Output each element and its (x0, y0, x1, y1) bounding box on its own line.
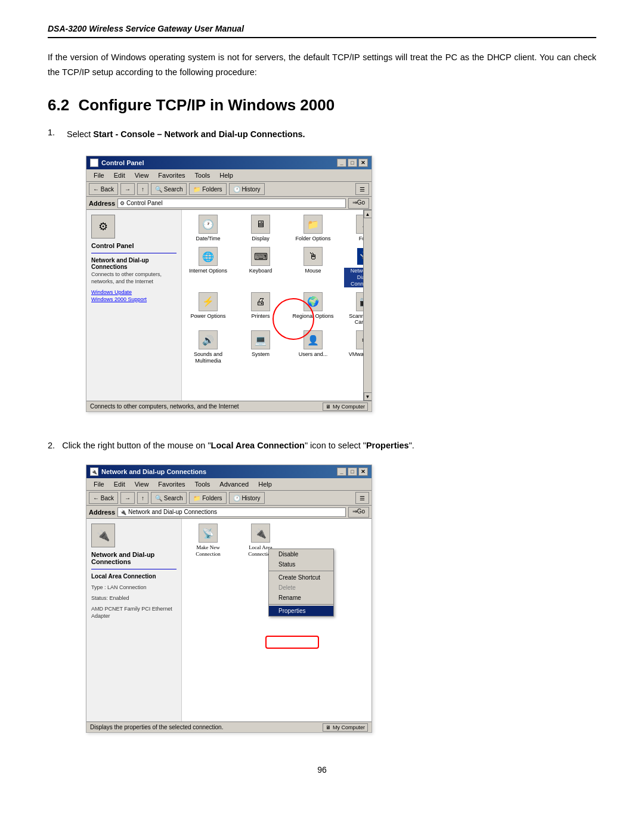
ctx-divider-2 (269, 604, 333, 605)
scrollbar-1[interactable]: ▲ ▼ (363, 210, 371, 401)
menu-view-2[interactable]: View (130, 479, 154, 489)
search-btn-1[interactable]: 🔍 Search (151, 183, 187, 195)
address-field-1[interactable]: ⚙ Control Panel (117, 199, 346, 208)
menubar-1: File Edit View Favorites Tools Help (86, 169, 371, 182)
right-panel-1: 🕐 Date/Time 🖥 Display 📁 Folder Options (182, 210, 371, 401)
left-adapter: AMD PCNET Family PCI Ethernet Adapter (91, 606, 177, 620)
menu-file-1[interactable]: File (89, 171, 109, 180)
my-computer-label: 🖥 My Computer (326, 404, 365, 410)
scroll-up-1[interactable]: ▲ (364, 210, 372, 218)
page-header: DSA-3200 Wireless Service Gateway User M… (48, 24, 596, 38)
red-circle-overlay-2 (265, 636, 319, 649)
scroll-down-1[interactable]: ▼ (364, 392, 372, 401)
statusbar-right-2: 🖥 My Computer (323, 723, 368, 732)
address-field-2[interactable]: 🔌 Network and Dial-up Connections (117, 507, 346, 517)
menu-favorites-1[interactable]: Favorites (153, 171, 190, 180)
menubar-2: File Edit View Favorites Tools Advanced … (86, 478, 371, 491)
addressbar-1: Address ⚙ Control Panel ⇒Go (86, 197, 371, 210)
minimize-btn-2[interactable]: _ (337, 467, 346, 476)
icon-datetime[interactable]: 🕐 Date/Time (187, 215, 230, 242)
icon-internet-options[interactable]: 🌐 Internet Options (187, 247, 230, 287)
menu-file-2[interactable]: File (89, 479, 109, 489)
icons-grid-1: 🕐 Date/Time 🖥 Display 📁 Folder Options (182, 210, 371, 368)
icon-mouse[interactable]: 🖱 Mouse (292, 247, 335, 287)
icon-regional[interactable]: 🌍 Regional Options (292, 292, 335, 326)
close-btn-1[interactable]: ✕ (358, 159, 368, 167)
views-btn-2[interactable]: ☰ (355, 492, 369, 504)
left-status: Status: Enabled (91, 595, 177, 602)
search-btn-2[interactable]: 🔍 Search (151, 492, 187, 504)
step-2: 2. Click the right button of the mouse o… (48, 441, 596, 450)
right-panel-2: 📡 Make New Connection 🔌 Local Area Conne… (182, 519, 371, 721)
windows-support-link[interactable]: Windows 2000 Support (91, 296, 177, 302)
header-title: DSA-3200 Wireless Service Gateway User M… (48, 24, 244, 33)
ctx-properties[interactable]: Properties (269, 606, 333, 616)
menu-advanced-2[interactable]: Advanced (215, 479, 253, 489)
ctx-rename[interactable]: Rename (269, 593, 333, 603)
address-label-1: Address (89, 200, 115, 207)
ctx-status[interactable]: Status (269, 559, 333, 569)
back-btn-2[interactable]: ← Back (89, 492, 118, 504)
menu-favorites-2[interactable]: Favorites (153, 479, 190, 489)
left-panel-2: 🔌 Network and Dial-up Connections Local … (86, 519, 182, 721)
menu-edit-1[interactable]: Edit (109, 171, 130, 180)
icon-display[interactable]: 🖥 Display (239, 215, 282, 242)
left-type: Type : LAN Connection (91, 584, 177, 592)
ctx-delete[interactable]: Delete (269, 583, 333, 593)
screenshot-control-panel: ⚙ Control Panel _ □ ✕ File Edit View Fav… (67, 150, 372, 426)
windows-update-link[interactable]: Windows Update (91, 289, 177, 295)
titlebar-1: ⚙ Control Panel _ □ ✕ (86, 156, 371, 169)
scroll-track-1 (364, 218, 372, 392)
folders-btn-1[interactable]: 📁 Folders (189, 183, 226, 195)
my-computer-label-2: 🖥 My Computer (326, 724, 365, 730)
icon-power-options[interactable]: ⚡ Power Options (187, 292, 230, 326)
maximize-btn-1[interactable]: □ (348, 159, 357, 167)
menu-view-1[interactable]: View (130, 171, 154, 180)
titlebar-2: 🔌 Network and Dial-up Connections _ □ ✕ (86, 465, 371, 478)
screenshot-network-connections: 🔌 Network and Dial-up Connections _ □ ✕ … (67, 459, 372, 747)
icon-printers[interactable]: 🖨 Printers (239, 292, 282, 326)
menu-tools-2[interactable]: Tools (190, 479, 215, 489)
toolbar-2: ← Back → ↑ 🔍 Search 📁 Folders 🕐 History … (86, 491, 371, 506)
go-btn-1[interactable]: ⇒Go (348, 198, 369, 209)
up-btn-2[interactable]: ↑ (137, 492, 148, 504)
history-btn-2[interactable]: 🕐 History (229, 492, 265, 504)
statusbar-right-1: 🖥 My Computer (323, 402, 368, 411)
icon-folder-options[interactable]: 📁 Folder Options (292, 215, 335, 242)
menu-tools-1[interactable]: Tools (190, 171, 215, 180)
control-panel-icon: ⚙ (91, 215, 115, 239)
close-btn-2[interactable]: ✕ (358, 467, 368, 476)
titlebar-title-2: Network and Dial-up Connections (101, 468, 206, 475)
icon-system[interactable]: 💻 System (239, 330, 282, 364)
ctx-create-shortcut[interactable]: Create Shortcut (269, 572, 333, 583)
back-btn-1[interactable]: ← Back (89, 183, 118, 195)
left-panel-1: ⚙ Control Panel Network and Dial-up Conn… (86, 210, 182, 401)
menu-edit-2[interactable]: Edit (109, 479, 130, 489)
forward-btn-2[interactable]: → (120, 492, 135, 504)
icon-sounds[interactable]: 🔊 Sounds and Multimedia (187, 330, 230, 364)
menu-help-2[interactable]: Help (253, 479, 277, 489)
left-subtitle-2: Local Area Connection (91, 573, 177, 580)
up-btn-1[interactable]: ↑ (137, 183, 148, 195)
forward-btn-1[interactable]: → (120, 183, 135, 195)
titlebar-title-1: Control Panel (101, 159, 144, 166)
icon-keyboard[interactable]: ⌨ Keyboard (239, 247, 282, 287)
icon-make-new-connection[interactable]: 📡 Make New Connection (187, 524, 230, 558)
go-btn-2[interactable]: ⇒Go (348, 507, 369, 518)
minimize-btn-1[interactable]: _ (337, 159, 346, 167)
history-btn-1[interactable]: 🕐 History (229, 183, 265, 195)
left-desc-1: Connects to other computers, networks, a… (91, 271, 177, 285)
step-1: 1. Select Start - Console – Network and … (48, 128, 596, 141)
menu-help-1[interactable]: Help (215, 171, 238, 180)
statusbar-text-2: Displays the properties of the selected … (90, 724, 223, 730)
maximize-btn-2[interactable]: □ (348, 467, 357, 476)
page-number: 96 (48, 765, 596, 775)
views-btn-1[interactable]: ☰ (355, 183, 369, 195)
folders-btn-2[interactable]: 📁 Folders (189, 492, 226, 504)
titlebar-icon-2: 🔌 (90, 467, 98, 476)
left-panel-title-2: Network and Dial-up Connections (91, 551, 177, 565)
icon-users[interactable]: 👤 Users and... (292, 330, 335, 364)
toolbar-1: ← Back → ↑ 🔍 Search 📁 Folders 🕐 History … (86, 182, 371, 197)
address-label-2: Address (89, 509, 115, 516)
ctx-disable[interactable]: Disable (269, 549, 333, 559)
